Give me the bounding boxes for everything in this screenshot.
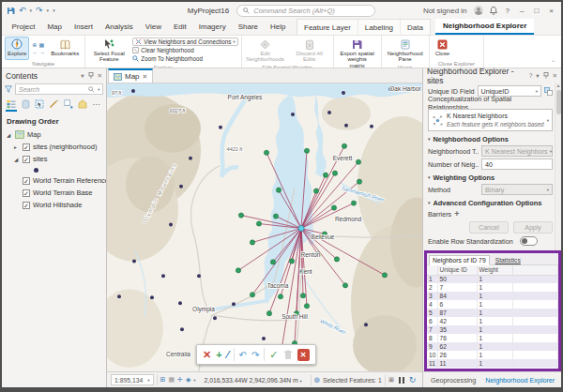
close-window-button[interactable]: × (547, 7, 555, 15)
filter-funnel-icon[interactable] (5, 85, 12, 93)
export-spatial-weights-button[interactable]: Export spatial weights matrix (337, 37, 378, 68)
site-point[interactable] (291, 113, 295, 116)
unique-id-column-header[interactable]: Unique ID (437, 265, 477, 275)
chevron-down-icon[interactable]: ▾ (193, 378, 195, 383)
tree-item-sites[interactable]: ◢ ✓ sites (2, 153, 106, 165)
neighbor-point[interactable] (304, 148, 309, 153)
table-row[interactable]: 271 (427, 283, 558, 292)
site-point[interactable] (117, 294, 121, 298)
sound-icon[interactable]: ◈ (186, 376, 190, 384)
advanced-options-section[interactable]: ▾ Advanced Configuration Options (428, 198, 553, 207)
table-row[interactable]: 3841 (427, 292, 558, 300)
site-point[interactable] (219, 126, 222, 129)
neighborhood-type-select[interactable]: K Nearest Neighbors ▾ (481, 145, 553, 157)
tree-item-map[interactable]: ◢ Map (2, 128, 106, 141)
cancel-button[interactable]: Cancel (469, 221, 509, 234)
expander-icon[interactable]: ▸ (14, 144, 20, 150)
list-by-editing-tab[interactable] (48, 98, 59, 112)
undo-caret-icon[interactable]: ▾ (30, 8, 33, 13)
tab-map[interactable]: Map (41, 19, 68, 35)
undo-icon[interactable]: ↶ (239, 350, 247, 360)
tab-neighborhood-explorer[interactable]: Neighborhood Explorer (435, 19, 534, 35)
site-point[interactable] (197, 274, 201, 278)
redo-caret-icon[interactable]: ▾ (47, 8, 50, 13)
site-point[interactable] (178, 301, 182, 305)
table-row[interactable]: 7351 (427, 325, 558, 334)
neighbor-point[interactable] (356, 159, 360, 164)
site-point[interactable] (150, 295, 154, 299)
tab-insert[interactable]: Insert (68, 19, 99, 35)
tab-edit[interactable]: Edit (167, 19, 192, 35)
scale-select[interactable]: 1:895,134 ▾ (111, 374, 154, 385)
layer-checkbox[interactable]: ✓ (23, 189, 30, 197)
neighbor-point[interactable] (304, 304, 309, 309)
focal-feature-point[interactable] (298, 226, 304, 232)
tree-item-world-terrain-reference[interactable]: ✓ World Terrain Reference (2, 174, 106, 187)
neighbor-point[interactable] (334, 257, 339, 262)
neighborhood-pane-button[interactable]: Neighborhood Pane (385, 37, 426, 64)
neighbor-point[interactable] (270, 260, 275, 264)
selected-features-count[interactable]: Selected Features: 1 (323, 377, 382, 384)
edit-neighborhoods-button[interactable]: Edit Neighborhoods (245, 37, 286, 64)
tab-view[interactable]: View (139, 19, 167, 35)
selection-globe-icon[interactable]: ◍ (314, 376, 320, 384)
row-standardization-toggle[interactable] (520, 236, 538, 246)
refresh-icon[interactable]: ↻ (409, 375, 417, 384)
weighting-options-section[interactable]: ▾ Weighting Options (428, 173, 553, 182)
clear-neighborhood-button[interactable]: Clear Neighborhood (132, 47, 237, 54)
site-point[interactable] (364, 323, 368, 326)
site-point[interactable] (344, 124, 348, 128)
save-icon[interactable] (7, 7, 15, 15)
site-point[interactable] (169, 223, 173, 227)
tree-item-world-hillshade[interactable]: ✓ World Hillshade (2, 199, 106, 211)
snapping-icon[interactable]: ✛ (177, 376, 183, 384)
explore-button[interactable]: Explore (5, 37, 29, 60)
collapse-ribbon-icon[interactable]: ⌃ (545, 59, 561, 68)
close-explorer-button[interactable]: Close (433, 37, 452, 60)
site-point[interactable] (262, 337, 266, 340)
number-of-neighbors-input[interactable]: 40 (481, 158, 553, 170)
tab-project[interactable]: Project (6, 19, 41, 35)
tab-help[interactable]: Help (265, 19, 292, 35)
grid-icon[interactable]: ▦ (168, 376, 175, 384)
list-by-selection-tab[interactable] (34, 98, 45, 112)
neighbor-point[interactable] (357, 179, 361, 184)
neighbor-point[interactable] (342, 143, 346, 148)
neighbor-point[interactable] (250, 240, 254, 245)
list-by-snapping-tab[interactable] (63, 98, 74, 112)
map-canvas[interactable]: Port AngelesOak HarborEverettRedmondBell… (107, 83, 422, 371)
view-neighbors-dropdown[interactable]: View Neighbors and Connections ▾ (132, 38, 237, 46)
pane-menu-caret-icon[interactable]: ▾ (536, 72, 539, 80)
apply-button[interactable]: Apply (513, 221, 553, 234)
neighbor-point[interactable] (313, 188, 318, 193)
maximize-button[interactable]: □ (532, 7, 540, 15)
pane-pin-icon[interactable] (88, 72, 94, 79)
expander-icon[interactable]: ◢ (7, 132, 12, 138)
tab-feature-layer[interactable]: Feature Layer (297, 20, 358, 35)
tab-labeling[interactable]: Labeling (358, 20, 401, 35)
redo-icon[interactable]: ↷ (251, 350, 259, 360)
site-point[interactable] (132, 259, 136, 263)
list-by-data-source-tab[interactable] (20, 98, 31, 112)
geoprocessing-pane-tab[interactable]: Geoprocessing (427, 375, 479, 385)
undo-icon[interactable]: ↶ (19, 7, 26, 15)
neighbor-point[interactable] (236, 268, 240, 273)
table-row[interactable]: 10261 (427, 351, 558, 359)
pane-menu-caret-icon[interactable]: ▾ (81, 72, 84, 80)
add-barriers-button[interactable]: + (454, 209, 459, 219)
draw-connection-icon[interactable]: ⁄ (227, 350, 229, 360)
fixed-zoom-icon[interactable]: ▦ (38, 42, 44, 48)
minimize-button[interactable]: – (518, 7, 525, 15)
neighbor-point[interactable] (264, 150, 268, 155)
neighbor-point[interactable] (250, 293, 254, 297)
finish-edits-icon[interactable]: ✓ (269, 350, 278, 360)
notifications-bell-icon[interactable] (490, 7, 497, 15)
neighbor-point[interactable] (273, 214, 278, 219)
table-row[interactable]: 8761 (427, 334, 558, 342)
method-select[interactable]: Binary ▾ (481, 184, 553, 195)
tab-imagery[interactable]: Imagery (192, 19, 232, 35)
sites-symbol-row[interactable] (2, 165, 106, 174)
command-search-input[interactable]: Command Search (Alt+Q) (236, 5, 375, 17)
tab-data[interactable]: Data (401, 20, 430, 35)
site-point[interactable] (180, 327, 184, 331)
